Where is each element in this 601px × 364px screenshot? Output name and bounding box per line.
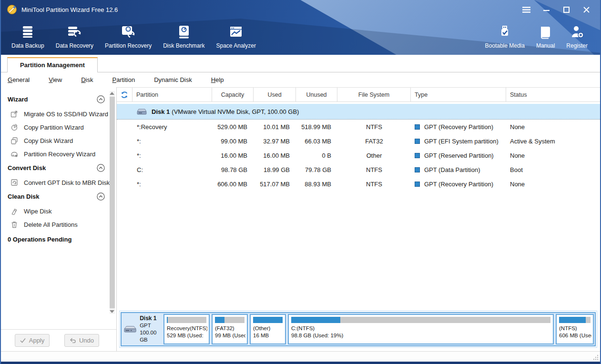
toolbar: Data Backup Data Recovery Partition Reco… [1,19,600,55]
collapse-chevron-icon[interactable] [97,164,105,172]
space-analyzer-button[interactable]: Space Analyzer [211,22,262,51]
menu-view[interactable]: View [49,74,62,86]
data-backup-button[interactable]: Data Backup [6,22,50,51]
cell-used: 517.07 MB [254,181,296,188]
scrollbar-thumb[interactable] [110,97,115,308]
collapse-chevron-icon[interactable] [97,95,105,103]
column-header-type[interactable]: Type [411,88,506,101]
menu-hamburger-icon[interactable] [522,6,530,13]
window-controls [522,6,594,13]
sidebar-button-bar: Apply Undo [1,329,116,351]
table-row[interactable]: *: 16.00 MB 16.00 MB 0 B Other GPT (Rese… [117,148,600,162]
cell-capacity: 98.78 GB [212,166,254,173]
disk-map-disk-name: Disk 1 [140,315,163,322]
sidebar-section-convert-disk[interactable]: Convert Disk [8,161,105,176]
table-row[interactable]: *: 606.00 MB 517.07 MB 88.93 MB NTFS GPT… [117,177,600,191]
cell-type: GPT (EFI System partition) [424,138,499,145]
partition-type-icon [415,153,420,158]
tab-strip: Partition Management [1,55,600,72]
sidebar-item-convert-gpt-to-mbr[interactable]: Convert GPT Disk to MBR Disk [8,176,105,189]
book-icon [539,24,552,40]
cell-used: 32.97 MB [254,138,296,145]
refresh-button[interactable] [117,88,132,101]
disk-map-partition-block[interactable]: (Other) 16 MB [250,314,286,344]
app-window: MiniTool Partition Wizard Free 12.6 [0,0,601,364]
disk-group-row[interactable]: Disk 1 (VMware Virtual NVMe Disk, GPT, 1… [117,104,600,120]
cell-capacity: 99.00 MB [212,138,254,145]
bootable-media-button[interactable]: Bootable Media [479,22,530,51]
undo-button[interactable]: Undo [64,334,99,347]
minimize-icon[interactable] [542,6,550,13]
register-button[interactable]: Register [560,22,593,51]
migrate-os-icon [10,110,18,118]
refresh-icon [121,91,128,99]
sidebar-item-copy-disk[interactable]: Copy Disk Wizard [8,134,105,147]
disk-drive-icon [124,324,136,334]
table-row[interactable]: C: 98.78 GB 18.99 GB 79.78 GB NTFS GPT (… [117,162,600,177]
partition-type-icon [415,139,420,144]
partition-type-icon [415,182,420,187]
column-header-unused[interactable]: Unused [296,88,337,101]
menu-partition[interactable]: Partition [112,74,135,86]
cell-used: 10.01 MB [254,123,296,131]
sidebar-scrollbar[interactable] [110,91,115,314]
usage-bar [291,317,550,323]
close-icon[interactable] [582,6,591,13]
user-plus-icon [570,24,584,40]
column-header-status[interactable]: Status [506,88,600,101]
sidebar-item-wipe-disk[interactable]: Wipe Disk [8,204,105,218]
sidebar-item-migrate-os[interactable]: Migrate OS to SSD/HD Wizard [8,107,105,121]
partition-recovery-button[interactable]: Partition Recovery [99,22,157,51]
disk-map-partition-block[interactable]: (NTFS) 606 MB (Used: [556,314,594,344]
disk-map-partition-block[interactable]: Recovery(NTFS) 529 MB (Used: [163,314,210,344]
cell-status: None [506,181,600,188]
cell-file-system: NTFS [337,181,411,188]
column-header-used[interactable]: Used [254,88,296,101]
column-header-file-system[interactable]: File System [337,88,411,101]
main-area: Wizard Migrate OS to SSD/HD Wizard Copy … [1,87,600,351]
wipe-disk-icon [10,207,18,215]
scroll-up-icon[interactable] [110,92,114,95]
maximize-icon[interactable] [562,6,570,13]
disk-table: Partition Capacity Used Unused File Syst… [117,87,600,351]
usage-bar [253,317,283,323]
table-row[interactable]: *: 99.00 MB 32.97 MB 66.03 MB FAT32 GPT … [117,134,600,148]
disk-benchmark-button[interactable]: Disk Benchmark [157,22,210,51]
menu-help[interactable]: Help [211,74,224,86]
cell-type: GPT (Recovery Partition) [424,123,493,131]
menu-general[interactable]: General [8,74,30,86]
disk-map-disk-scheme: GPT [140,322,163,329]
tab-partition-management[interactable]: Partition Management [7,57,98,72]
column-header-partition[interactable]: Partition [132,88,212,101]
partition-recovery-icon [10,150,18,158]
cell-status: Active & System [506,138,600,145]
drive-gauge-icon [177,24,191,40]
data-recovery-button[interactable]: Data Recovery [50,22,99,51]
table-row[interactable]: *:Recovery 529.00 MB 10.01 MB 518.99 MB … [117,120,600,134]
cell-type: GPT (Data Partition) [424,166,480,173]
sidebar-item-delete-all-partitions[interactable]: Delete All Partitions [8,218,105,231]
resize-grip[interactable] [593,355,598,360]
copy-disk-icon [10,137,18,144]
menu-disk[interactable]: Disk [81,74,93,86]
menu-dynamic-disk[interactable]: Dynamic Disk [154,74,192,86]
table-header: Partition Capacity Used Unused File Syst… [117,87,600,102]
sidebar-item-partition-recovery-wizard[interactable]: Partition Recovery Wizard [8,147,105,161]
cell-partition: *:Recovery [132,123,212,131]
manual-button[interactable]: Manual [530,22,560,51]
sidebar-item-copy-partition[interactable]: Copy Partition Wizard [8,121,105,134]
collapse-chevron-icon[interactable] [97,192,105,201]
disk-map-disk-label[interactable]: Disk 1 GPT 100.00 GB [122,313,163,345]
disk-map-partition-block[interactable]: (FAT32) 99 MB (Used: [212,314,248,344]
column-header-capacity[interactable]: Capacity [212,88,254,101]
sidebar-section-clean-disk[interactable]: Clean Disk [8,189,105,204]
scroll-down-icon[interactable] [110,310,114,313]
usage-bar [215,317,244,323]
cell-used: 18.99 GB [254,166,296,173]
sidebar-section-wizard[interactable]: Wizard [8,92,105,107]
apply-button[interactable]: Apply [15,334,50,347]
disk-map-partition-block[interactable]: C:(NTFS) 98.8 GB (Used: 19%) [288,314,554,344]
partition-size: 529 MB (Used: [166,332,207,339]
partition-size: 99 MB (Used: [214,332,245,339]
usb-check-icon [499,24,511,40]
